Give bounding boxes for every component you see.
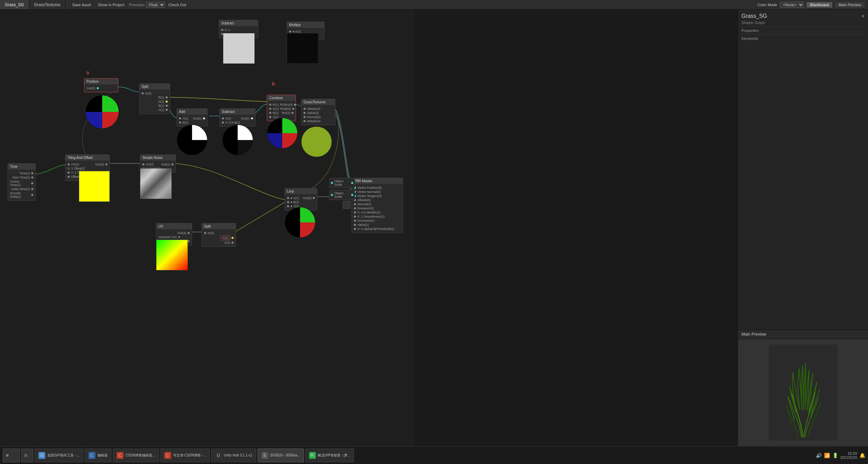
show-in-project-button[interactable]: Show In Project: [94, 0, 128, 9]
taskbar-app-unity-hub[interactable]: U Unity Hub 3.1.1-c1: [211, 449, 256, 462]
port-out: [171, 163, 174, 165]
tab-grass-sg[interactable]: Grass_SG: [0, 0, 29, 9]
node-split2-header: Split: [202, 223, 236, 229]
properties-section: Properties: [741, 28, 865, 33]
color-mode-select[interactable]: <None>: [780, 2, 804, 8]
port-in: [142, 92, 144, 94]
node-combine[interactable]: Combine R(1)RGBA(4) G(1)RGB(3) B(1)RG(2)…: [267, 95, 296, 121]
app-icon-fan: 帆: [309, 452, 316, 459]
taskbar-app-sg[interactable]: S SG0520 - 303Gra...: [258, 449, 304, 462]
node-combine-header: Combine: [267, 95, 296, 101]
start-button[interactable]: ⊞: [3, 449, 20, 462]
node-object-scale1[interactable]: Object Scale: [329, 178, 355, 188]
port-b: [287, 201, 289, 203]
main-preview-button[interactable]: Main Preview: [835, 2, 865, 8]
clock-time: 16:59: [840, 451, 857, 455]
taskbar-app-fan[interactable]: 帆 帆流VIP答疑群（梦...: [305, 449, 354, 462]
divider: [741, 26, 865, 26]
node-obj-scale2-body: Object Scale: [330, 190, 355, 200]
node-grass-textures[interactable]: GrassTextures Albedo(4) Alpha(3) Normal(…: [301, 99, 335, 125]
node-subtract2[interactable]: Subtract A(1)Out(1) X: 0.5 B(1): [219, 108, 255, 127]
notification-icon[interactable]: 🔔: [859, 452, 865, 459]
preview-tiling-offset: [79, 171, 110, 202]
shader-graph-canvas[interactable]: a b t Subtract X: 1 B: 0.5 Multiply ● A(…: [0, 10, 415, 446]
port: [304, 112, 306, 114]
node-split2[interactable]: Split In(4) G(1) A(1): [202, 223, 236, 247]
app-label-csdn1: CSDN博客编辑器...: [126, 453, 155, 458]
app-label-editor: 编辑器: [97, 453, 108, 458]
port-g: [231, 237, 234, 239]
port-dot: [221, 29, 223, 31]
app-label-csdn2: 写文章-CSDN博客 -...: [173, 453, 206, 458]
port-out: [203, 117, 205, 119]
preview-title: Main Preview: [738, 330, 868, 339]
main-preview-panel: Main Preview: [738, 329, 868, 446]
port-out: [251, 117, 253, 119]
node-time[interactable]: Time Time(1) Sine Time(1) Cosine Time(1)…: [8, 163, 36, 201]
task-view-icon: ⊡: [24, 453, 27, 457]
start-icon: ⊞: [6, 453, 9, 457]
volume-icon[interactable]: 🔊: [816, 452, 822, 459]
node-position-body: Out(3): [84, 84, 118, 92]
taskbar-app-xunlei[interactable]: 迅 迅雷GIF制作工具 - ...: [35, 449, 83, 462]
preview-combine: [267, 118, 298, 149]
port: [354, 228, 356, 230]
node-position[interactable]: Position Out(3): [84, 78, 118, 92]
port-rg: [292, 112, 294, 114]
app-icon-xunlei: 迅: [38, 452, 45, 459]
taskbar-app-editor[interactable]: C 编辑器: [85, 449, 111, 462]
battery-icon[interactable]: 🔋: [832, 452, 838, 459]
node-add[interactable]: Add A(1)Out(1) B(1): [177, 108, 207, 127]
port-out: [105, 163, 107, 165]
blackboard-panel: Grass_SG + Shader Graph Properties Keywo…: [738, 10, 868, 329]
taskbar-app-csdn2[interactable]: C 写文章-CSDN博客 -...: [160, 449, 210, 462]
node-object-scale2[interactable]: Object Scale: [329, 190, 355, 200]
port-r: [269, 104, 271, 106]
preview-grass-textures: [301, 126, 332, 157]
port: [304, 120, 306, 122]
node-time-header: Time: [8, 164, 35, 170]
preview-add: [177, 125, 207, 155]
check-out-button[interactable]: Check Out: [165, 0, 190, 9]
node-grass-textures-body: Albedo(4) Alpha(3) Normal(4) Metalic(4): [301, 105, 335, 125]
node-tiling-offset-header: Tiling And Offset: [66, 155, 109, 161]
port: [354, 220, 356, 222]
preview-uv: [156, 240, 188, 270]
save-asset-button[interactable]: Save Asset: [69, 0, 94, 9]
precision-label: Precision: [128, 3, 146, 7]
preview-subtract-top: [223, 33, 255, 64]
node-pbr-master[interactable]: PBR Master Vertex Position(3) Vertex Nor…: [352, 178, 403, 233]
preview-subtract2: [222, 125, 253, 155]
clock-date: 2022/5/20: [840, 455, 857, 460]
port: [31, 194, 33, 196]
svg-point-4: [301, 127, 332, 157]
port-rgba: [294, 104, 296, 106]
app-icon-sg: S: [261, 452, 268, 459]
port-b: [269, 112, 271, 114]
node-split1[interactable]: Split In(3) R(1) G(1) B(1) A(1): [139, 83, 170, 114]
node-grass-textures-header: GrassTextures: [301, 99, 335, 105]
taskbar-right: 🔊 📶 🔋 16:59 2022/5/20 🔔: [816, 451, 865, 460]
time-display: 16:59 2022/5/20: [840, 451, 857, 460]
blackboard-button[interactable]: Blackboard: [807, 2, 832, 8]
port: [31, 172, 33, 174]
precision-select[interactable]: Float: [146, 2, 165, 8]
port: [31, 176, 33, 178]
add-button[interactable]: +: [861, 13, 865, 19]
node-split1-header: Split: [140, 84, 170, 90]
preview-multiply: [287, 33, 319, 64]
preview-lerp: [285, 207, 316, 238]
taskbar-app-csdn1[interactable]: C CSDN博客编辑器...: [113, 449, 159, 462]
node-multiply-header: Multiply: [287, 22, 324, 28]
node-lerp-header: Lerp: [285, 188, 317, 194]
port: [354, 216, 356, 218]
port-g: [166, 101, 168, 103]
node-add-header: Add: [177, 109, 207, 115]
port-out: [313, 197, 315, 199]
task-view-button[interactable]: ⊡: [21, 449, 33, 462]
port: [351, 194, 353, 196]
wifi-icon[interactable]: 📶: [824, 452, 830, 459]
port-a: [179, 117, 181, 119]
app-icon-csdn1: C: [117, 452, 123, 459]
tab-grass-textures[interactable]: GrassTextures: [29, 0, 66, 9]
